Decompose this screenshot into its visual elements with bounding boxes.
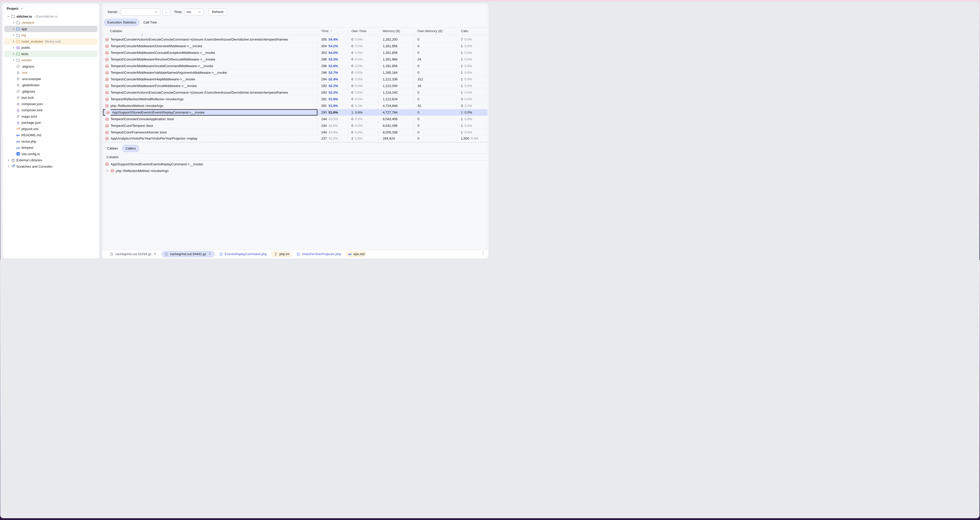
tree-item-phpunit-xml[interactable]: </>phpunit.xml — [4, 126, 97, 132]
status-tab-cachegrind-out-53294-gz[interactable]: cachegrind.out.53294.gz — [107, 251, 159, 257]
own-memory-value: 0 — [417, 64, 419, 68]
tree-item--env-example[interactable]: .env.example — [4, 76, 97, 82]
chevron-down-icon — [20, 6, 24, 11]
chevron-down-icon[interactable] — [6, 14, 11, 18]
tree-item-app[interactable]: app — [4, 26, 97, 32]
time-value: 244 — [321, 124, 327, 128]
stats-row[interactable]: mTempest\Core\FrameworkKernel::boot24443… — [103, 129, 488, 136]
tree-item-log[interactable]: log — [4, 32, 97, 38]
status-tab-cachegrind-out-54442-gz[interactable]: cachegrind.out.54442.gz — [162, 251, 214, 257]
own-time-value: 0 — [352, 124, 353, 128]
tree-item--aiignore[interactable]: .aiignore — [4, 63, 97, 70]
stats-row[interactable]: mApp\Support\StoredEvents\EventsReplayCo… — [103, 109, 488, 116]
column-header-callable[interactable]: Callable — [103, 27, 318, 34]
stats-table-header: CallableTimeOwn TimeMemory (B)Own Memory… — [103, 27, 488, 35]
stats-row[interactable]: mTempest\Console\Middleware\HelpMiddlewa… — [103, 76, 488, 82]
chevron-right-icon[interactable] — [11, 27, 16, 31]
own-time-value: 0 — [352, 38, 353, 41]
stats-row[interactable]: mTempest\Reflection\MethodReflector->inv… — [103, 96, 488, 103]
tree-item-vendor[interactable]: vendor — [4, 57, 97, 63]
stats-row[interactable]: mTempest\Console\Middleware\ForceMiddlew… — [103, 82, 488, 89]
status-tab-eventsreplaycommand-php[interactable]: CEventsReplayCommand.php — [217, 251, 269, 257]
tree-item-rector-php[interactable]: phprector.php — [4, 138, 97, 145]
browse-servers-button[interactable]: ... — [162, 8, 170, 16]
chevron-right-icon[interactable] — [11, 39, 16, 43]
chevron-right-icon[interactable] — [11, 58, 16, 62]
calls-percent: 0.0% — [465, 64, 472, 68]
chevron-right-icon[interactable] — [11, 21, 16, 25]
column-header-own-time[interactable]: Own Time — [348, 27, 379, 34]
json-icon: {} — [16, 108, 21, 112]
column-header-time[interactable]: Time — [318, 27, 348, 34]
tree-item-readme-md[interactable]: MREADME.md — [4, 132, 97, 138]
chevron-right-icon[interactable] — [11, 52, 16, 56]
calls-value: 1,500 — [461, 136, 469, 140]
column-header-label: Own Memory (B) — [417, 29, 442, 33]
chevron-right-icon[interactable] — [11, 46, 16, 50]
tree-item-bun-lock[interactable]: bun.lock — [4, 95, 97, 101]
chevron-right-icon[interactable] — [6, 164, 11, 168]
tree-item-composer-json[interactable]: {}composer.json — [4, 101, 97, 107]
stats-row[interactable]: mTempest\Core\Tempest::boot24443.5%00.0%… — [103, 122, 488, 129]
tree-item-vite-config-ts[interactable]: TSvite.config.ts — [4, 151, 97, 157]
refresh-button[interactable]: Refresh — [208, 8, 227, 16]
column-header-own-memory-b-[interactable]: Own Memory (B) — [414, 27, 457, 34]
folder-orange-icon — [16, 39, 21, 43]
stats-row[interactable]: mTempest\Console\Actions\ExecuteConsoleC… — [103, 36, 488, 43]
callable-name: Tempest\Console\Middleware\ResolveOrResc… — [111, 57, 215, 61]
tree-item-tempest[interactable]: phptempest — [4, 145, 97, 151]
detail-row[interactable]: mphp::ReflectionMethod->invokeArgs — [103, 167, 488, 174]
tree-item--gitattributes[interactable]: .gitattributes — [4, 82, 97, 89]
tree-item-node-modules[interactable]: node_moduleslibrary root — [4, 38, 97, 44]
chevron-right-icon[interactable] — [11, 33, 16, 37]
tab-execution-statistics[interactable]: Execution Statistics — [104, 19, 139, 26]
detail-row[interactable]: mApp\Support\StoredEvents\EventsReplayCo… — [103, 161, 488, 167]
tree-item--tempest[interactable]: .tempest — [4, 20, 97, 26]
stats-row[interactable]: mTempest\Console\Middleware\OverviewMidd… — [103, 43, 488, 49]
tree-item-stitcher-io[interactable]: stitcher.io~/Dev/stitcher.io — [4, 13, 97, 20]
tree-item-composer-lock[interactable]: {}composer.lock — [4, 107, 97, 114]
own-time-value: 0 — [352, 130, 353, 134]
stats-row[interactable]: mTempest\Console\Middleware\ResolveOrRes… — [103, 56, 488, 63]
tree-item--env[interactable]: .env — [4, 70, 97, 76]
project-panel: Project stitcher.io~/Dev/stitcher.io.tem… — [2, 3, 99, 258]
xml-icon: </> — [16, 127, 21, 131]
stats-row[interactable]: mTempest\Console\Middleware\InvalidComma… — [103, 63, 488, 70]
tree-item-mago-toml[interactable]: mago.toml — [4, 113, 97, 120]
tab-callees[interactable]: Callees — [104, 146, 121, 150]
tab-call-tree[interactable]: Call Tree — [140, 21, 160, 24]
tab-callers[interactable]: Callers — [122, 145, 139, 152]
tree-item-external-libraries[interactable]: External Libraries — [4, 157, 97, 163]
stats-row[interactable]: mphp::ReflectionMethod->invokeArgs29151.… — [103, 103, 488, 109]
status-tab-eps-md[interactable]: Meps.md — [346, 251, 367, 257]
stats-row[interactable]: mTempest\Console\Middleware\ValidateName… — [103, 70, 488, 76]
time-unit-select[interactable]: ms — [185, 8, 204, 16]
status-tab-php-ini[interactable]: php.ini — [271, 251, 291, 257]
column-header-memory-b-[interactable]: Memory (B) — [379, 27, 414, 34]
status-tab-visitsperyearprojector-php[interactable]: CVisitsPerYearProjector.php — [294, 251, 344, 257]
tree-item-public[interactable]: public — [4, 44, 97, 51]
status-tab-label: eps.md — [354, 252, 364, 256]
stats-horizontal-scrollbar[interactable] — [103, 141, 488, 143]
own-time-percent: 0.0% — [355, 57, 363, 61]
tree-item-tests[interactable]: tests — [4, 51, 97, 57]
chevron-right-icon[interactable] — [105, 169, 109, 173]
status-bar-overflow-menu[interactable]: ⋮ — [481, 252, 485, 254]
tree-item-package-json[interactable]: {}package.json — [4, 120, 97, 126]
chevron-right-icon[interactable] — [6, 158, 11, 162]
server-select[interactable] — [121, 8, 161, 16]
project-panel-header[interactable]: Project — [3, 3, 99, 13]
tree-item-scratches-and-consoles[interactable]: Scratches and Consoles — [4, 163, 97, 170]
memory-value: 1,222,336 — [383, 77, 398, 81]
stats-row[interactable]: mApp\Analytics\VisitsPerYear\VisitsPerYe… — [103, 136, 488, 141]
own-memory-value: 312 — [417, 77, 423, 81]
own-memory-value: 0 — [417, 136, 419, 140]
stats-row[interactable]: mTempest\Console\ConsoleApplication::boo… — [103, 116, 488, 122]
tree-item--gitignore[interactable]: .gitignore — [4, 88, 97, 95]
tree-item-label: rector.php — [21, 140, 36, 143]
stats-row[interactable]: mTempest\Console\Actions\ExecuteConsoleC… — [103, 89, 488, 96]
class-icon: C — [219, 252, 223, 256]
stats-row[interactable]: mTempest\Console\Middleware\ConsoleExcep… — [103, 49, 488, 56]
column-header-calls[interactable]: Calls — [457, 27, 488, 34]
svg-text:php: php — [16, 146, 20, 149]
